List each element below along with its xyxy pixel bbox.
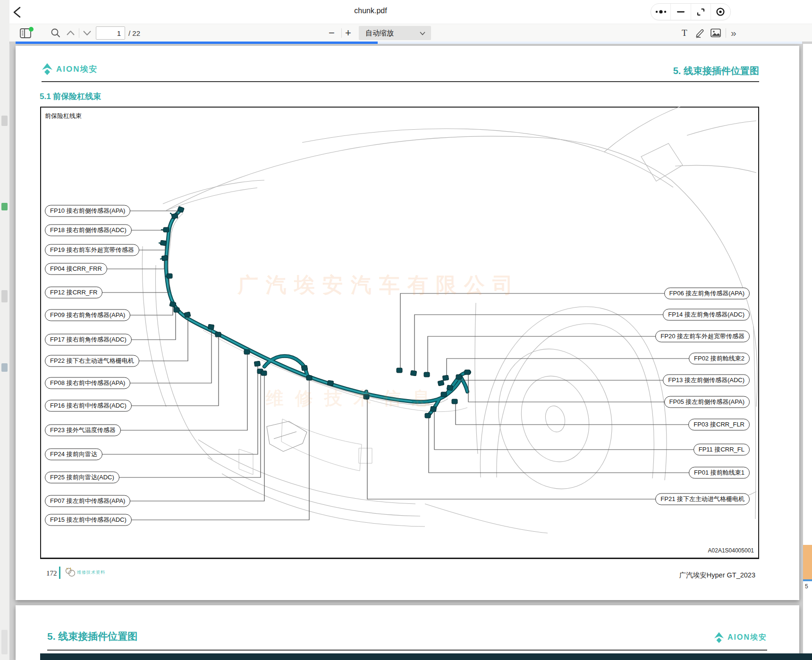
car-outline: [142, 107, 757, 533]
diagram-label: FP17 接右前角传感器(ADC): [45, 334, 132, 346]
window-controls: [651, 3, 731, 20]
diagram-label: FP01 接前舱线束1: [689, 467, 750, 479]
window-title: chunk.pdf: [354, 7, 387, 15]
brand-logo-text: AION埃安: [56, 64, 98, 75]
aion-logo-icon: [714, 632, 724, 643]
brand-logo: AION埃安: [42, 63, 98, 75]
background-window-sliver: [0, 0, 9, 660]
diagram-label: FP06 接左前角传感器(APA): [664, 288, 750, 300]
page-total-label: / 22: [128, 24, 140, 42]
diagram-label: FP16 接右前中传感器(ADC): [45, 400, 132, 412]
previous-page-button[interactable]: [66, 24, 75, 42]
background-icon: [1, 363, 8, 372]
background-icon: [1, 116, 8, 126]
diagram-title: 前保险杠线束: [45, 112, 82, 120]
toolbar-divider: [79, 28, 79, 38]
diagram-label: FP12 接CRR_FR: [45, 287, 102, 299]
minimize-button[interactable]: [670, 4, 690, 20]
diagram-label: FP18 接右前侧传感器(ADC): [45, 225, 132, 236]
diagram-label: FP11 接CRR_FL: [694, 444, 750, 456]
zoom-out-button[interactable]: −: [329, 24, 335, 42]
diagram-label: FP25 接前向雷达(ADC): [45, 472, 119, 484]
diagram-label: FP03 接CRR_FLR: [688, 419, 750, 431]
diagram-label: FP10 接右前侧传感器(APA): [45, 205, 130, 217]
page2-header-rule: [47, 650, 767, 651]
sidebar-toggle-button[interactable]: [20, 24, 34, 42]
footer-model-label: 广汽埃安Hyper GT_2023: [679, 571, 755, 580]
aion-logo-icon: [42, 63, 53, 75]
header-rule: [42, 81, 759, 82]
diagram-label: FP02 接前舱线束2: [689, 353, 750, 365]
section-title: 5.1 前保险杠线束: [40, 91, 101, 102]
more-tools-button[interactable]: »: [731, 24, 736, 42]
chevron-down-icon: [83, 30, 92, 36]
image-icon: [710, 28, 721, 38]
diagram-label: FP05 接左前侧传感器(APA): [664, 396, 750, 408]
toolbar-divider: [341, 28, 342, 38]
brand-logo-text: AION埃安: [727, 633, 767, 643]
blue-line: [803, 579, 812, 581]
diagram-label: FP15 接左前中传感器(ADC): [45, 514, 132, 526]
diagram-label: FP19 接右前车外超宽带传感器: [45, 244, 139, 256]
pdf-page-1: AION埃安 5. 线束接插件位置图 5.1 前保险杠线束 前保险杠线束 A02…: [16, 46, 799, 600]
zoom-in-button[interactable]: +: [345, 24, 351, 42]
back-icon[interactable]: [12, 6, 23, 18]
toolbar-divider: [726, 28, 726, 38]
search-button[interactable]: [51, 24, 61, 42]
diagram-label: FP24 接前向雷达: [45, 449, 102, 460]
search-icon: [51, 28, 61, 38]
screen: chunk.pdf: [0, 0, 812, 660]
sidebar-toggle-icon: [20, 27, 34, 39]
chevron-up-icon: [66, 30, 75, 36]
orange-block: [803, 545, 812, 579]
bottom-dark-bar: [40, 653, 812, 660]
diagram-label: FP23 接外气温度传感器: [45, 425, 121, 436]
sliver-digit: 5: [805, 583, 808, 590]
page-number: 172: [46, 569, 57, 577]
page-number-input[interactable]: [96, 26, 125, 40]
diagram-label: FP08 接右前中传感器(APA): [45, 377, 130, 389]
minimize-icon: [677, 11, 685, 13]
chevron-down-icon: [420, 32, 425, 35]
more-dots-icon: [655, 9, 667, 14]
diagram-label: FP13 接左前侧传感器(ADC): [663, 375, 750, 386]
wiring-harness: [159, 210, 469, 416]
diagram-code: A02A1S04005001: [708, 547, 754, 554]
restore-button[interactable]: [691, 4, 710, 20]
background-icon: [1, 290, 8, 302]
background-window-sliver-right: 5: [803, 44, 812, 660]
center-emblem-sketch: [267, 421, 307, 451]
harness-connectors: [160, 206, 470, 418]
annotate-button[interactable]: [695, 24, 705, 42]
more-options-button[interactable]: [651, 4, 670, 20]
mascot-icon: [65, 567, 75, 578]
footer-watermark-text: 维修技术资料: [77, 569, 105, 576]
restore-icon: [697, 8, 705, 16]
page2-heading: 5. 线束接插件位置图: [47, 630, 137, 643]
footer-divider: [59, 567, 60, 579]
diagram-label: FP22 接下右主动进气格栅电机: [45, 355, 139, 367]
pdf-page-2: 5. 线束接插件位置图 AION埃安: [16, 605, 799, 660]
diagram-label: FP20 接左前车外超宽带传感器: [655, 331, 750, 343]
circle-dot-icon: [716, 7, 725, 17]
zoom-mode-label: 自动缩放: [365, 29, 394, 38]
pencil-icon: [695, 28, 705, 38]
diagram-label: FP04 接CRR_FRR: [45, 263, 107, 275]
diagram-label: FP09 接右前角传感器(APA): [45, 309, 130, 321]
diagram-label: FP21 接下左主动进气格栅电机: [655, 493, 750, 505]
page-header-title: 5. 线束接插件位置图: [673, 65, 759, 77]
background-block: [1, 630, 8, 654]
background-green-mark: [1, 203, 8, 210]
leader-lines: [54, 211, 746, 520]
zoom-mode-select[interactable]: 自动缩放: [359, 26, 431, 40]
next-page-button[interactable]: [83, 24, 92, 42]
circle-dot-button[interactable]: [710, 4, 730, 20]
pdf-toolbar: / 22 − + 自动缩放 T »: [9, 24, 812, 42]
harness-diagram: [40, 107, 759, 559]
brand-logo: AION埃安: [714, 632, 767, 643]
footer-watermark-logo: 维修技术资料: [65, 567, 105, 578]
text-tool-button[interactable]: T: [682, 24, 687, 42]
diagram-label: FP07 接左前中传感器(APA): [45, 495, 130, 507]
insert-image-button[interactable]: [710, 24, 721, 42]
diagram-label: FP14 接左前角传感器(ADC): [663, 309, 750, 321]
